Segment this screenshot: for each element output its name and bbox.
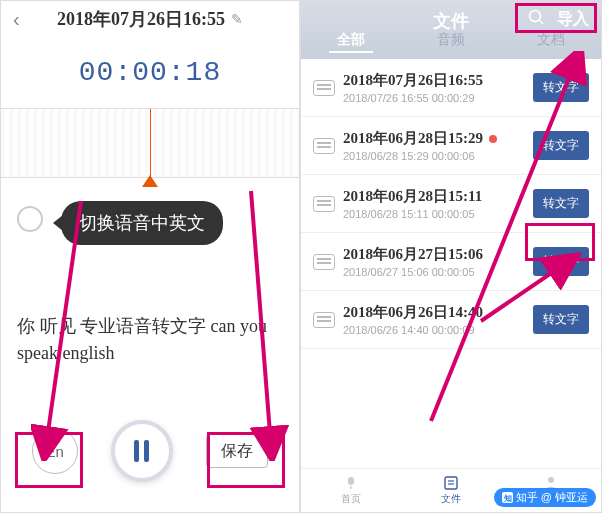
recording-file-icon xyxy=(313,254,335,270)
row-title: 2018年06月28日15:29 xyxy=(343,129,483,148)
recording-file-icon xyxy=(313,80,335,96)
svg-point-9 xyxy=(548,477,554,483)
recording-title: 2018年07月26日16:55 xyxy=(57,7,225,31)
row-title: 2018年07月26日16:55 xyxy=(343,71,483,90)
playback-timer: 00:00:18 xyxy=(1,57,299,88)
svg-rect-6 xyxy=(445,477,457,489)
recording-file-icon xyxy=(313,138,335,154)
row-content: 2018年06月26日14:40 2018/06/26 14:40 00:00:… xyxy=(343,303,533,336)
playhead-marker-icon xyxy=(142,175,158,187)
waveform-track[interactable] xyxy=(1,108,299,178)
row-meta: 2018/06/28 15:29 00:00:06 xyxy=(343,150,533,162)
loop-marker-icon[interactable] xyxy=(17,206,43,232)
row-meta: 2018/06/26 14:40 00:00:09 xyxy=(343,324,533,336)
language-label: En xyxy=(45,443,63,460)
svg-point-2 xyxy=(530,11,541,22)
row-content: 2018年06月28日15:29 2018/06/28 15:29 00:00:… xyxy=(343,129,533,162)
edit-icon[interactable]: ✎ xyxy=(231,11,243,27)
list-item[interactable]: 2018年06月27日15:06 2018/06/27 15:06 00:00:… xyxy=(301,233,601,291)
list-item[interactable]: 2018年06月26日14:40 2018/06/26 14:40 00:00:… xyxy=(301,291,601,349)
convert-button[interactable]: 转文字 xyxy=(533,189,589,218)
svg-line-3 xyxy=(539,20,543,24)
list-item[interactable]: 2018年06月28日15:29 2018/06/28 15:29 00:00:… xyxy=(301,117,601,175)
playhead-line xyxy=(150,109,151,177)
file-list-header: 文件 导入 全部 音频 文档 xyxy=(301,1,601,59)
watermark-text: 知乎 @ 钟亚运 xyxy=(516,490,588,505)
pause-icon xyxy=(134,440,149,462)
convert-button[interactable]: 转文字 xyxy=(533,131,589,160)
row-content: 2018年07月26日16:55 2018/07/26 16:55 00:00:… xyxy=(343,71,533,104)
convert-button[interactable]: 转文字 xyxy=(533,247,589,276)
row-title: 2018年06月27日15:06 xyxy=(343,245,483,264)
row-title: 2018年06月26日14:40 xyxy=(343,303,483,322)
watermark-badge: 知 知乎 @ 钟亚运 xyxy=(494,488,596,507)
file-icon xyxy=(442,476,460,490)
save-label: 保存 xyxy=(221,441,253,462)
pause-button[interactable] xyxy=(111,420,173,482)
back-icon[interactable]: ‹ xyxy=(13,8,20,31)
save-button[interactable]: 保存 xyxy=(206,434,268,468)
bottom-nav-files[interactable]: 文件 xyxy=(401,469,501,512)
list-item[interactable]: 2018年06月28日15:11 2018/06/28 15:11 00:00:… xyxy=(301,175,601,233)
row-meta: 2018/07/26 16:55 00:00:29 xyxy=(343,92,533,104)
header-title: 文件 xyxy=(433,9,469,33)
bottom-nav-home[interactable]: 首页 xyxy=(301,469,401,512)
row-content: 2018年06月28日15:11 2018/06/28 15:11 00:00:… xyxy=(343,187,533,220)
list-item[interactable]: 2018年07月26日16:55 2018/07/26 16:55 00:00:… xyxy=(301,59,601,117)
playback-controls: En 保存 xyxy=(1,420,299,482)
unread-dot-icon xyxy=(489,135,497,143)
recordings-list: 2018年07月26日16:55 2018/07/26 16:55 00:00:… xyxy=(301,59,601,349)
row-meta: 2018/06/28 15:11 00:00:05 xyxy=(343,208,533,220)
language-toggle-tooltip: 切换语音中英文 xyxy=(61,201,223,245)
nav-label: 文件 xyxy=(441,492,461,506)
tab-doc[interactable]: 文档 xyxy=(529,29,573,53)
svg-rect-4 xyxy=(348,477,354,485)
zhihu-icon: 知 xyxy=(502,492,513,503)
tab-all[interactable]: 全部 xyxy=(329,29,373,53)
mic-icon xyxy=(342,476,360,490)
convert-button[interactable]: 转文字 xyxy=(533,305,589,334)
nav-label: 首页 xyxy=(341,492,361,506)
svg-text:知: 知 xyxy=(502,494,511,503)
recording-detail-screen: ‹ 2018年07月26日16:55 ✎ 00:00:18 切换语音中英文 你 … xyxy=(0,0,300,513)
row-content: 2018年06月27日15:06 2018/06/27 15:06 00:00:… xyxy=(343,245,533,278)
row-title: 2018年06月28日15:11 xyxy=(343,187,482,206)
file-list-screen: 文件 导入 全部 音频 文档 2018年07月26日16:55 2018/07/… xyxy=(300,0,602,513)
convert-button[interactable]: 转文字 xyxy=(533,73,589,102)
row-meta: 2018/06/27 15:06 00:00:05 xyxy=(343,266,533,278)
search-icon[interactable] xyxy=(528,9,545,31)
recording-file-icon xyxy=(313,196,335,212)
detail-header: ‹ 2018年07月26日16:55 ✎ xyxy=(1,1,299,37)
recording-file-icon xyxy=(313,312,335,328)
language-toggle-button[interactable]: En xyxy=(32,428,78,474)
import-button[interactable]: 导入 xyxy=(557,9,589,30)
transcription-text: 你 听见 专业语音转文字 can you speak english xyxy=(17,313,283,367)
